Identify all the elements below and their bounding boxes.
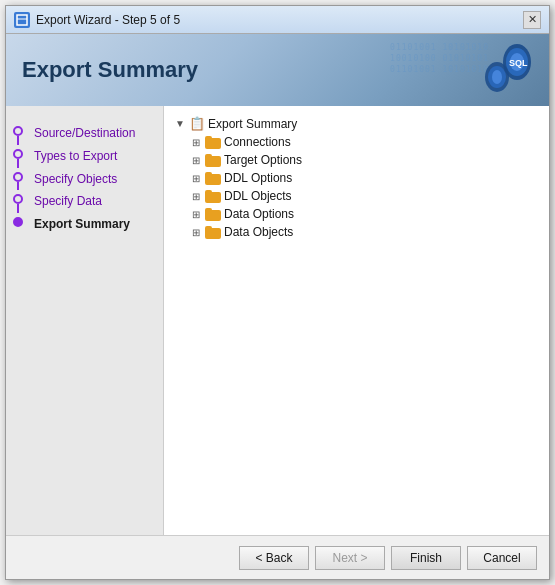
svg-point-8	[492, 70, 502, 84]
folder-icon-target-options	[205, 154, 221, 167]
root-folder-icon: 📋	[189, 116, 205, 131]
tree-child-ddl-objects: ⊞ DDL Objects	[172, 187, 541, 205]
app-icon	[14, 12, 30, 28]
header-banner: Export Summary 01101001 10101010 1001010…	[6, 34, 549, 106]
step-row-5: Export Summary	[6, 213, 163, 236]
step-row-2: Types to Export	[6, 145, 163, 168]
tree-child-data-options: ⊞ Data Options	[172, 205, 541, 223]
sidebar-item-types-to-export[interactable]: Types to Export	[30, 145, 163, 168]
step-vline-1	[17, 136, 19, 145]
content-area: Source/Destination Types to Export	[6, 106, 549, 535]
folder-icon-data-objects	[205, 226, 221, 239]
step-node-2	[13, 149, 23, 159]
finish-button[interactable]: Finish	[391, 546, 461, 570]
tree-child-connections: ⊞ Connections	[172, 133, 541, 151]
step-indicator-1	[6, 122, 30, 145]
back-button[interactable]: < Back	[239, 546, 309, 570]
sql-logo: SQL	[479, 42, 533, 99]
folder-icon-ddl-options	[205, 172, 221, 185]
tree-child-ddl-options: ⊞ DDL Options	[172, 169, 541, 187]
tree-item-root[interactable]: ▼ 📋 Export Summary	[172, 114, 541, 133]
step-indicator-3	[6, 168, 30, 191]
step-row-3: Specify Objects	[6, 168, 163, 191]
tree-item-ddl-options[interactable]: ⊞ DDL Options	[188, 169, 541, 187]
tree-label-ddl-options: DDL Options	[224, 171, 292, 185]
step-indicator-5	[6, 213, 30, 236]
next-button[interactable]: Next >	[315, 546, 385, 570]
step-node-3	[13, 172, 23, 182]
footer: < Back Next > Finish Cancel	[6, 535, 549, 579]
tree-item-ddl-objects[interactable]: ⊞ DDL Objects	[188, 187, 541, 205]
main-window: Export Wizard - Step 5 of 5 ✕ Export Sum…	[5, 5, 550, 580]
folder-icon-ddl-objects	[205, 190, 221, 203]
step-node-5	[13, 217, 23, 227]
tree-item-target-options[interactable]: ⊞ Target Options	[188, 151, 541, 169]
tree-label-root: Export Summary	[208, 117, 297, 131]
step-node-1	[13, 126, 23, 136]
step-indicator-2	[6, 145, 30, 168]
folder-icon-connections	[205, 136, 221, 149]
sidebar-item-specify-objects[interactable]: Specify Objects	[30, 168, 163, 191]
step-indicator-4	[6, 190, 30, 213]
expand-icon-target-options: ⊞	[190, 154, 202, 166]
expand-icon-root: ▼	[174, 118, 186, 130]
step-row-4: Specify Data	[6, 190, 163, 213]
tree-root: ▼ 📋 Export Summary ⊞ Connections	[172, 114, 541, 241]
step-row-1: Source/Destination	[6, 122, 163, 145]
window-title: Export Wizard - Step 5 of 5	[36, 13, 180, 27]
step-vline-4	[17, 204, 19, 213]
svg-text:SQL: SQL	[509, 58, 528, 68]
folder-icon-data-options	[205, 208, 221, 221]
sidebar-item-source-destination[interactable]: Source/Destination	[30, 122, 163, 145]
tree-item-data-objects[interactable]: ⊞ Data Objects	[188, 223, 541, 241]
expand-icon-connections: ⊞	[190, 136, 202, 148]
close-button[interactable]: ✕	[523, 11, 541, 29]
step-node-4	[13, 194, 23, 204]
expand-icon-ddl-options: ⊞	[190, 172, 202, 184]
title-bar: Export Wizard - Step 5 of 5 ✕	[6, 6, 549, 34]
sidebar: Source/Destination Types to Export	[6, 106, 164, 535]
tree-label-data-objects: Data Objects	[224, 225, 293, 239]
cancel-button[interactable]: Cancel	[467, 546, 537, 570]
tree-label-connections: Connections	[224, 135, 291, 149]
sidebar-item-specify-data[interactable]: Specify Data	[30, 190, 163, 213]
sidebar-item-export-summary[interactable]: Export Summary	[30, 213, 163, 236]
tree-child-data-objects: ⊞ Data Objects	[172, 223, 541, 241]
svg-rect-0	[17, 15, 27, 25]
header-watermark: 01101001 10101010 10010100 01010101 0110…	[390, 42, 489, 76]
expand-icon-data-options: ⊞	[190, 208, 202, 220]
step-vline-2	[17, 159, 19, 168]
expand-icon-ddl-objects: ⊞	[190, 190, 202, 202]
step-vline-3	[17, 182, 19, 191]
tree-label-ddl-objects: DDL Objects	[224, 189, 292, 203]
tree-label-target-options: Target Options	[224, 153, 302, 167]
tree-item-data-options[interactable]: ⊞ Data Options	[188, 205, 541, 223]
sidebar-steps: Source/Destination Types to Export	[6, 114, 163, 244]
expand-icon-data-objects: ⊞	[190, 226, 202, 238]
tree-label-data-options: Data Options	[224, 207, 294, 221]
tree-item-connections[interactable]: ⊞ Connections	[188, 133, 541, 151]
title-bar-left: Export Wizard - Step 5 of 5	[14, 12, 180, 28]
page-title: Export Summary	[22, 57, 198, 83]
main-content: ▼ 📋 Export Summary ⊞ Connections	[164, 106, 549, 535]
tree-child-target-options: ⊞ Target Options	[172, 151, 541, 169]
